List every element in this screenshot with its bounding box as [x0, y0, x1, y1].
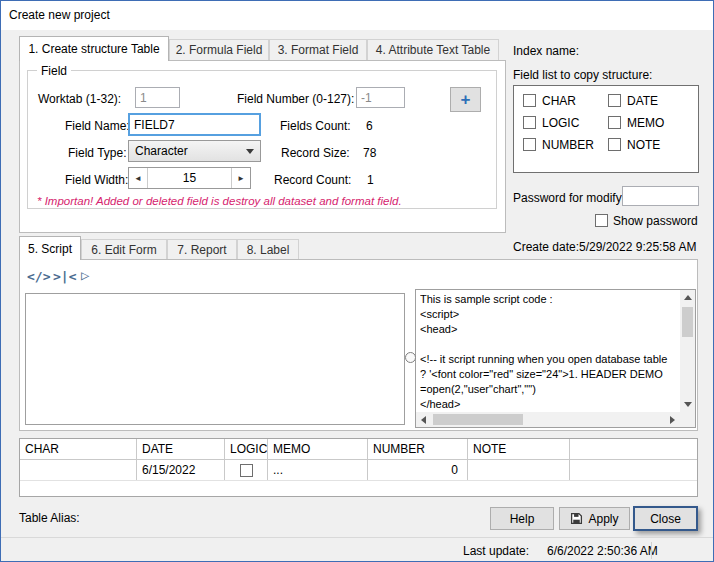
script-sample-text: This is sample script code : <script> <h…: [416, 290, 680, 412]
create-new-project-dialog: Create new project 1. Create structure T…: [0, 0, 714, 562]
save-icon: [570, 512, 583, 525]
field-groupbox: [27, 70, 497, 209]
script-line: <script>: [420, 307, 676, 322]
grid-cell-number[interactable]: 0: [368, 460, 468, 480]
add-field-button[interactable]: +: [450, 87, 481, 112]
checkbox-date[interactable]: [608, 94, 621, 107]
script-line: </head>: [420, 397, 676, 412]
script-line: ? '<font color="red" size="24">1. HEADER…: [420, 367, 676, 382]
checkbox-logic[interactable]: [523, 116, 536, 129]
show-password-checkbox[interactable]: [595, 214, 608, 227]
chevron-down-icon: [246, 149, 254, 154]
checkbox-memo-label: MEMO: [627, 116, 664, 130]
fields-count-label: Fields Count:: [280, 119, 351, 133]
grid-cell-char[interactable]: [20, 460, 137, 480]
script-line: <!-- it script running when you open dat…: [420, 352, 676, 367]
checkbox-note-label: NOTE: [627, 138, 660, 152]
field-type-list: [513, 85, 699, 173]
close-button[interactable]: Close: [633, 506, 698, 531]
field-width-stepper: ◄ 15 ►: [128, 167, 251, 189]
scroll-left-button[interactable]: [416, 412, 431, 427]
worktab-label: Worktab (1-32):: [38, 92, 121, 106]
field-width-value: 15: [148, 168, 231, 188]
window-title: Create new project: [9, 8, 110, 22]
grid-cell-logic[interactable]: [225, 460, 268, 480]
worktab-input[interactable]: [135, 87, 180, 108]
script-line: This is sample script code :: [420, 292, 676, 307]
record-size-label: Record Size:: [281, 146, 350, 160]
help-button[interactable]: Help: [490, 507, 554, 530]
checkbox-note[interactable]: [608, 138, 621, 151]
stepper-right-button[interactable]: ►: [231, 168, 250, 188]
scroll-right-button[interactable]: [665, 412, 680, 427]
status-bar: Last update: 6/6/2022 2:50:36 AM: [1, 537, 713, 562]
password-input[interactable]: [622, 186, 699, 206]
tab-label[interactable]: 8. Label: [237, 239, 299, 259]
align-tags-icon[interactable]: >|<: [53, 269, 76, 284]
horizontal-scrollbar[interactable]: [416, 412, 680, 427]
tab-formula-field[interactable]: 2. Formula Field: [169, 39, 269, 60]
record-size-value: 78: [363, 146, 376, 160]
scroll-up-button[interactable]: [680, 290, 695, 305]
field-name-label: Field Name:: [65, 119, 130, 133]
index-name-label: Index name:: [513, 44, 579, 58]
checkbox-date-label: DATE: [627, 94, 658, 108]
tab-report[interactable]: 7. Report: [167, 239, 237, 259]
script-sample-viewer[interactable]: This is sample script code : <script> <h…: [415, 289, 696, 428]
title-bar: Create new project: [1, 1, 713, 30]
checkbox-char[interactable]: [523, 94, 536, 107]
checkbox-char-label: CHAR: [542, 94, 576, 108]
tab-script[interactable]: 5. Script: [19, 236, 81, 260]
checkbox-memo[interactable]: [608, 116, 621, 129]
field-type-value: Character: [135, 144, 246, 158]
arrow-down-icon: [684, 402, 692, 407]
script-line: =open(2,"user"chart",""): [420, 382, 676, 397]
create-date-label: Create date:: [513, 240, 579, 254]
grid-header-date[interactable]: DATE: [137, 439, 225, 459]
tab-edit-form[interactable]: 6. Edit Form: [81, 239, 167, 259]
checkbox-number[interactable]: [523, 138, 536, 151]
apply-button[interactable]: Apply: [559, 507, 630, 530]
grid-cell-note[interactable]: [468, 460, 570, 480]
grid-header-memo[interactable]: MEMO: [268, 439, 368, 459]
vertical-scrollbar[interactable]: [680, 290, 695, 412]
grid-cell-memo[interactable]: ...: [268, 460, 368, 480]
grid-cell-filler: [570, 460, 697, 480]
field-number-label: Field Number (0-127):: [237, 92, 354, 106]
apply-button-label: Apply: [588, 512, 618, 526]
last-update-label: Last update:: [463, 544, 529, 558]
checkbox-logic-label: LOGIC: [542, 116, 579, 130]
last-update-value: 6/6/2022 2:50:36 AM: [547, 544, 658, 558]
run-script-icon[interactable]: ▷: [81, 267, 89, 283]
status-bar-divider: [651, 542, 652, 559]
tab-create-structure-table[interactable]: 1. Create structure Table: [19, 36, 169, 61]
scroll-down-button[interactable]: [680, 397, 695, 412]
data-grid: CHAR DATE LOGIC MEMO NUMBER NOTE 6/15/20…: [19, 438, 698, 497]
code-icon[interactable]: </>: [27, 269, 50, 284]
grid-cell-date[interactable]: 6/15/2022: [137, 460, 225, 480]
logic-checkbox[interactable]: [240, 464, 253, 477]
splitter-handle[interactable]: [405, 352, 416, 363]
checkbox-number-label: NUMBER: [542, 138, 594, 152]
field-name-input[interactable]: [128, 113, 261, 136]
field-width-label: Field Width:: [65, 173, 128, 187]
script-line: <head>: [420, 322, 676, 337]
tab-attribute-text-table[interactable]: 4. Attribute Text Table: [367, 39, 499, 60]
field-groupbox-legend: Field: [37, 64, 71, 78]
warning-text: * Importan! Added or deleted field is de…: [37, 194, 402, 208]
vertical-scroll-thumb[interactable]: [682, 307, 693, 337]
plus-icon: +: [461, 91, 471, 108]
script-editor[interactable]: [25, 293, 405, 425]
stepper-left-button[interactable]: ◄: [129, 168, 148, 188]
field-type-combobox[interactable]: Character: [128, 140, 261, 162]
password-label: Password for modify:: [513, 191, 625, 205]
horizontal-scroll-thumb[interactable]: [433, 414, 523, 425]
tab-format-field[interactable]: 3. Format Field: [269, 39, 367, 60]
grid-header-char[interactable]: CHAR: [20, 439, 137, 459]
field-number-input[interactable]: [356, 87, 405, 108]
grid-header-number[interactable]: NUMBER: [368, 439, 468, 459]
arrow-right-scroll-icon: [670, 416, 675, 424]
grid-header-filler: [570, 439, 697, 459]
grid-header-logic[interactable]: LOGIC: [225, 439, 268, 459]
grid-header-note[interactable]: NOTE: [468, 439, 570, 459]
